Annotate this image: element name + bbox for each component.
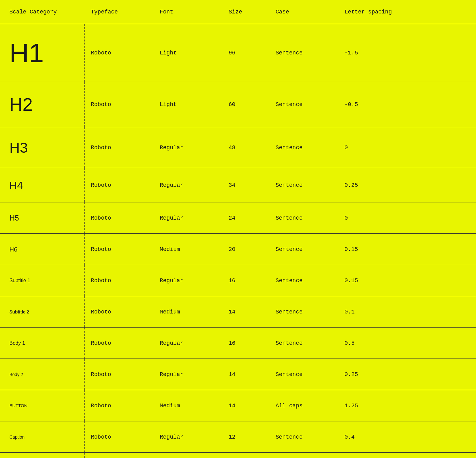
header-case: Case [269, 0, 338, 24]
size-subtitle1: 16 [222, 271, 269, 290]
table-row: H2 Roboto Light 60 Sentence -0.5 [0, 82, 476, 127]
letter-spacing-subtitle2: 0.1 [338, 303, 476, 321]
font-h2: Light [153, 95, 222, 114]
case-caption: Sentence [269, 428, 338, 446]
table-header: Scale Category Typeface Font Size Case L… [0, 0, 476, 24]
size-h6: 20 [222, 240, 269, 259]
letter-spacing-caption: 0.4 [338, 428, 476, 446]
table-row: H1 Roboto Light 96 Sentence -1.5 [0, 24, 476, 82]
scale-label-h5: H5 [9, 214, 19, 222]
scale-label-h6: H6 [9, 246, 18, 252]
table-row: H5 Roboto Regular 24 Sentence 0 [0, 202, 476, 234]
header-letter-spacing: Letter spacing [338, 0, 476, 24]
scale-category-subtitle1: Subtitle 1 [0, 265, 85, 296]
typeface-subtitle1: Roboto [85, 271, 153, 290]
case-h2: Sentence [269, 95, 338, 114]
header-typeface: Typeface [85, 0, 153, 24]
header-font: Font [153, 0, 222, 24]
typeface-caption: Roboto [85, 428, 153, 446]
header-size: Size [222, 0, 269, 24]
scale-label-h4: H4 [9, 180, 23, 191]
typeface-body2: Roboto [85, 365, 153, 384]
typography-table: Scale Category Typeface Font Size Case L… [0, 0, 476, 458]
typeface-h3: Roboto [85, 138, 153, 157]
scale-category-h5: H5 [0, 202, 85, 233]
typeface-h5: Roboto [85, 209, 153, 227]
letter-spacing-h3: 0 [338, 138, 476, 157]
scale-label-subtitle2: Subtitle 2 [9, 309, 29, 314]
scale-label-body1: Body 1 [9, 340, 25, 346]
case-h3: Sentence [269, 138, 338, 157]
case-h1: Sentence [269, 43, 338, 62]
font-body1: Regular [153, 334, 222, 353]
scale-category-body2: Body 2 [0, 359, 85, 390]
font-h1: Light [153, 43, 222, 62]
letter-spacing-body1: 0.5 [338, 334, 476, 353]
scale-category-h1: H1 [0, 24, 85, 82]
typeface-button: Roboto [85, 396, 153, 415]
case-h5: Sentence [269, 209, 338, 227]
font-h3: Regular [153, 138, 222, 157]
table-row: BUTTON Roboto Medium 14 All caps 1.25 [0, 390, 476, 421]
font-button: Medium [153, 396, 222, 415]
table-row: Caption Roboto Regular 12 Sentence 0.4 [0, 421, 476, 453]
size-h4: 34 [222, 176, 269, 195]
letter-spacing-body2: 0.25 [338, 365, 476, 384]
letter-spacing-h1: -1.5 [338, 43, 476, 62]
table-row: H6 Roboto Medium 20 Sentence 0.15 [0, 234, 476, 265]
table-row: H4 Roboto Regular 34 Sentence 0.25 [0, 168, 476, 202]
case-button: All caps [269, 396, 338, 415]
scale-category-caption: Caption [0, 421, 85, 452]
scale-category-h3: H3 [0, 127, 85, 168]
size-body2: 14 [222, 365, 269, 384]
case-h4: Sentence [269, 176, 338, 195]
table-row: Body 2 Roboto Regular 14 Sentence 0.25 [0, 359, 476, 390]
typeface-subtitle2: Roboto [85, 303, 153, 321]
typeface-h4: Roboto [85, 176, 153, 195]
size-body1: 16 [222, 334, 269, 353]
font-caption: Regular [153, 428, 222, 446]
table-row: Subtitle 2 Roboto Medium 14 Sentence 0.1 [0, 296, 476, 328]
case-subtitle2: Sentence [269, 303, 338, 321]
letter-spacing-h2: -0.5 [338, 95, 476, 114]
scale-label-h2: H2 [9, 95, 33, 114]
scale-label-subtitle1: Subtitle 1 [9, 278, 30, 283]
size-h5: 24 [222, 209, 269, 227]
typeface-h2: Roboto [85, 95, 153, 114]
scale-label-caption: Caption [9, 435, 24, 440]
case-body1: Sentence [269, 334, 338, 353]
case-subtitle1: Sentence [269, 271, 338, 290]
size-h3: 48 [222, 138, 269, 157]
scale-label-body2: Body 2 [9, 372, 23, 377]
letter-spacing-h4: 0.25 [338, 176, 476, 195]
letter-spacing-h5: 0 [338, 209, 476, 227]
header-scale-category: Scale Category [0, 0, 85, 24]
typeface-h6: Roboto [85, 240, 153, 259]
scale-category-h2: H2 [0, 82, 85, 127]
font-subtitle1: Regular [153, 271, 222, 290]
typeface-body1: Roboto [85, 334, 153, 353]
letter-spacing-button: 1.25 [338, 396, 476, 415]
size-h1: 96 [222, 43, 269, 62]
scale-category-h4: H4 [0, 168, 85, 202]
scale-category-h6: H6 [0, 234, 85, 265]
font-subtitle2: Medium [153, 303, 222, 321]
typeface-h1: Roboto [85, 43, 153, 62]
size-h2: 60 [222, 95, 269, 114]
letter-spacing-subtitle1: 0.15 [338, 271, 476, 290]
letter-spacing-h6: 0.15 [338, 240, 476, 259]
table-row: OVERLINE Roboto Regular 10 All caps 1.5 [0, 453, 476, 458]
size-button: 14 [222, 396, 269, 415]
font-h4: Regular [153, 176, 222, 195]
scale-category-overline: OVERLINE [0, 453, 85, 458]
scale-label-h3: H3 [9, 140, 28, 155]
case-h6: Sentence [269, 240, 338, 259]
case-body2: Sentence [269, 365, 338, 384]
table-row: Body 1 Roboto Regular 16 Sentence 0.5 [0, 328, 476, 359]
size-caption: 12 [222, 428, 269, 446]
table-row: H3 Roboto Regular 48 Sentence 0 [0, 127, 476, 168]
table-row: Subtitle 1 Roboto Regular 16 Sentence 0.… [0, 265, 476, 296]
scale-label-h1: H1 [9, 39, 44, 66]
scale-category-body1: Body 1 [0, 328, 85, 359]
scale-category-subtitle2: Subtitle 2 [0, 296, 85, 327]
